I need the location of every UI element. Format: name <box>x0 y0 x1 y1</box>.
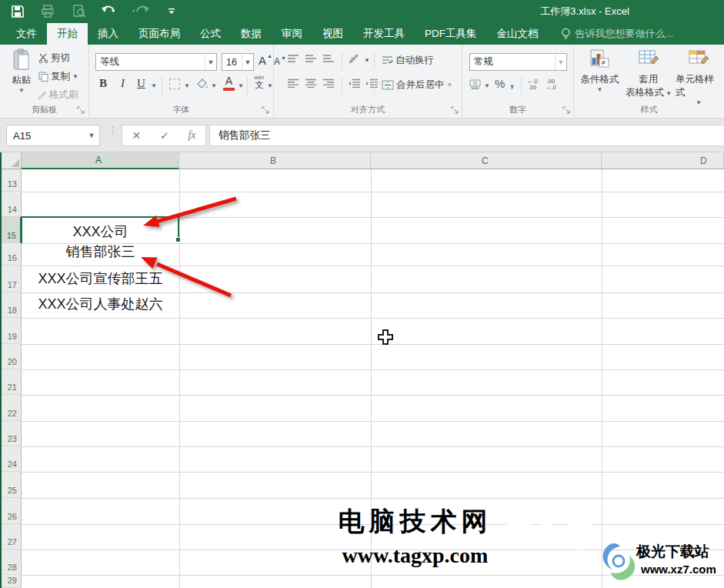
font-size-combo[interactable]: 16▼ <box>222 53 254 71</box>
comma-style-button[interactable]: , <box>510 75 514 91</box>
align-center-icon[interactable] <box>305 79 317 89</box>
merge-center-button[interactable]: 合并后居中 ▼ <box>382 79 452 92</box>
tab-5[interactable]: 数据 <box>231 23 272 45</box>
column-header-A[interactable]: A <box>22 152 179 169</box>
tab-2[interactable]: 插入 <box>88 23 128 45</box>
row-header-19[interactable]: 19 <box>2 318 22 344</box>
align-middle-icon[interactable] <box>305 54 317 64</box>
paste-button[interactable]: 粘贴 ▼ <box>6 48 37 94</box>
row-header-17[interactable]: 17 <box>2 266 22 292</box>
align-top-icon[interactable] <box>287 54 299 64</box>
row-header-20[interactable]: 20 <box>2 344 22 369</box>
column-header-D[interactable]: D <box>602 152 724 169</box>
number-dialog-launcher-icon[interactable] <box>562 106 571 115</box>
cell-A17-content[interactable]: XXX公司宣传部王五 <box>22 269 179 289</box>
undo-icon[interactable] <box>100 3 120 20</box>
font-color-icon[interactable]: A <box>223 75 235 91</box>
copy-dropdown-icon[interactable]: ▼ <box>72 73 78 80</box>
save-icon[interactable] <box>8 3 28 20</box>
align-bottom-icon[interactable] <box>322 54 335 64</box>
column-header-C[interactable]: C <box>371 152 602 169</box>
redo-icon[interactable] <box>131 3 151 20</box>
row-header-18[interactable]: 18 <box>2 292 22 318</box>
fill-color-icon[interactable] <box>197 79 209 89</box>
borders-dropdown-icon[interactable]: ▼ <box>184 82 190 89</box>
format-as-table-button[interactable]: 套用 表格格式 ▼ <box>625 48 672 99</box>
tab-7[interactable]: 视图 <box>312 23 353 45</box>
customize-qat-icon[interactable] <box>162 3 182 20</box>
print-preview-icon[interactable] <box>69 3 89 20</box>
font-color-dropdown-icon[interactable]: ▼ <box>238 82 244 89</box>
formula-input[interactable]: 销售部张三 <box>209 125 724 146</box>
fill-handle[interactable] <box>175 237 181 242</box>
number-format-combo[interactable]: 常规▼ <box>469 53 567 71</box>
phonetic-dropdown-icon[interactable]: ▼ <box>267 82 273 89</box>
underline-button[interactable]: U <box>137 77 145 90</box>
name-box-dropdown-icon[interactable]: ▼ <box>84 132 99 139</box>
select-all-corner[interactable] <box>2 152 22 169</box>
phonetic-guide-icon[interactable]: wén 文 <box>252 75 266 89</box>
paste-dropdown-icon[interactable]: ▼ <box>18 87 25 94</box>
tab-8[interactable]: 开发工具 <box>353 23 415 45</box>
tab-9[interactable]: PDF工具集 <box>415 23 487 45</box>
wrap-text-button[interactable]: 自动换行 <box>382 54 434 67</box>
tab-10[interactable]: 金山文档 <box>487 23 549 45</box>
row-header-24[interactable]: 24 <box>2 446 22 472</box>
format-as-table-dropdown-icon[interactable]: ▼ <box>664 90 672 97</box>
tab-4[interactable]: 公式 <box>190 23 231 45</box>
underline-dropdown-icon[interactable]: ▼ <box>151 82 157 89</box>
conditional-formatting-button[interactable]: ≠ 条件格式 ▼ <box>579 48 621 93</box>
font-name-combo[interactable]: 等线▼ <box>95 53 217 71</box>
row-header-14[interactable]: 14 <box>2 192 22 217</box>
accounting-format-icon[interactable] <box>469 79 482 89</box>
formula-bar-grip[interactable]: ⋮ <box>108 128 112 143</box>
clipboard-dialog-launcher-icon[interactable] <box>77 106 85 115</box>
percent-style-button[interactable]: % <box>495 77 505 90</box>
fill-color-dropdown-icon[interactable]: ▼ <box>211 82 217 89</box>
decrease-indent-icon[interactable] <box>348 79 361 89</box>
bold-button[interactable]: B <box>99 77 107 90</box>
row-header-27[interactable]: 27 <box>2 524 22 550</box>
orientation-dropdown-icon[interactable]: ▼ <box>364 57 370 64</box>
tell-me-box[interactable]: 告诉我您想要做什么... <box>553 23 682 45</box>
conditional-dropdown-icon[interactable]: ▼ <box>597 86 603 93</box>
cell-styles-button[interactable]: 单元格样式 ▼ <box>676 48 722 106</box>
row-header-28[interactable]: 28 <box>2 550 22 575</box>
align-right-icon[interactable] <box>322 79 335 89</box>
row-header-13[interactable]: 13 <box>2 169 22 192</box>
tab-file[interactable]: 文件 <box>6 23 47 45</box>
insert-function-icon[interactable]: fx <box>188 129 195 142</box>
cancel-icon[interactable]: ✕ <box>132 129 141 142</box>
increase-indent-icon[interactable] <box>365 79 379 89</box>
row-header-16[interactable]: 16 <box>2 243 22 266</box>
copy-button[interactable]: 复制 ▼ <box>38 70 78 83</box>
font-dialog-launcher-icon[interactable] <box>262 106 270 115</box>
align-left-icon[interactable] <box>287 79 299 89</box>
cell-A15-content[interactable]: XXX公司 销售部张三 <box>22 222 179 262</box>
alignment-dialog-launcher-icon[interactable] <box>451 106 459 115</box>
tab-3[interactable]: 页面布局 <box>128 23 190 45</box>
row-header-23[interactable]: 23 <box>2 421 22 446</box>
format-painter-button[interactable]: 格式刷 <box>36 89 78 102</box>
tab-6[interactable]: 审阅 <box>272 23 312 45</box>
enter-icon[interactable]: ✓ <box>160 129 169 142</box>
tab-1[interactable]: 开始 <box>47 23 88 45</box>
accounting-dropdown-icon[interactable]: ▼ <box>484 82 490 89</box>
row-header-22[interactable]: 22 <box>2 395 22 421</box>
cut-button[interactable]: 剪切 <box>38 52 70 65</box>
row-header-26[interactable]: 26 <box>2 498 22 524</box>
cell-A18-content[interactable]: XXX公司人事处赵六 <box>22 294 179 314</box>
row-header-29[interactable]: 29 <box>2 575 22 588</box>
row-header-25[interactable]: 25 <box>2 472 22 498</box>
row-header-21[interactable]: 21 <box>2 369 22 395</box>
merge-dropdown-icon[interactable]: ▼ <box>447 82 453 89</box>
borders-icon[interactable] <box>169 79 180 89</box>
italic-button[interactable]: I <box>121 77 125 90</box>
column-header-B[interactable]: B <box>179 152 371 169</box>
row-header-15[interactable]: 15 <box>2 217 22 243</box>
increase-decimal-icon[interactable]: ←.0.00 <box>527 79 538 91</box>
name-box[interactable]: A15 ▼ <box>6 125 100 146</box>
grow-font-button[interactable]: A▲ <box>259 54 274 67</box>
orientation-icon[interactable]: ab <box>348 52 361 65</box>
quick-print-icon[interactable] <box>38 3 58 20</box>
